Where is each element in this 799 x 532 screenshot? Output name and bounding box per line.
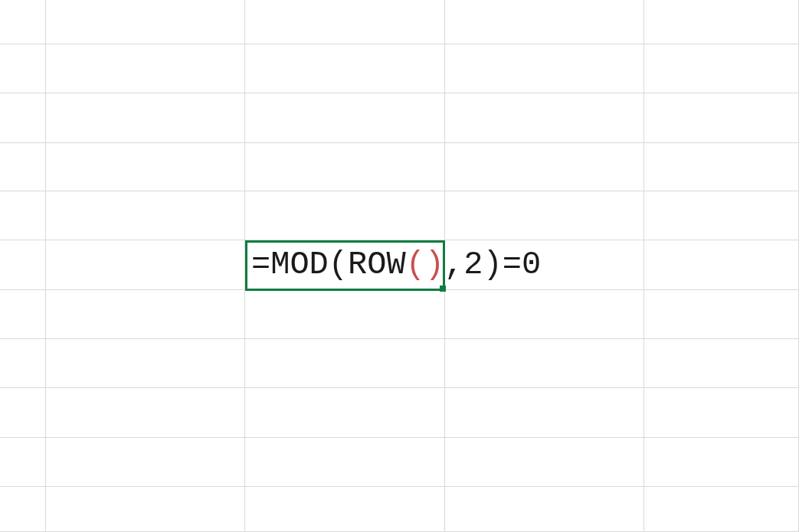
cell[interactable] bbox=[445, 487, 644, 532]
cell[interactable] bbox=[445, 290, 644, 339]
cell[interactable] bbox=[245, 487, 445, 532]
cell[interactable] bbox=[245, 93, 445, 143]
cell[interactable] bbox=[644, 143, 799, 191]
cell[interactable] bbox=[0, 0, 46, 44]
cell[interactable] bbox=[644, 191, 799, 240]
cell[interactable] bbox=[445, 191, 644, 240]
formula-editor[interactable]: =MOD(ROW(),2)=0 bbox=[251, 246, 541, 283]
cell[interactable] bbox=[0, 487, 46, 532]
cell[interactable] bbox=[245, 191, 445, 240]
cell[interactable] bbox=[644, 290, 799, 339]
cell[interactable] bbox=[644, 487, 799, 532]
cell[interactable] bbox=[245, 44, 445, 93]
cell[interactable] bbox=[46, 93, 245, 143]
cell[interactable] bbox=[0, 339, 46, 388]
cell[interactable] bbox=[46, 240, 245, 290]
cell[interactable] bbox=[46, 0, 245, 44]
cell[interactable] bbox=[46, 339, 245, 388]
cell[interactable] bbox=[644, 388, 799, 438]
cell[interactable] bbox=[445, 143, 644, 191]
cell[interactable] bbox=[0, 143, 46, 191]
cell[interactable] bbox=[0, 290, 46, 339]
cell[interactable] bbox=[0, 438, 46, 487]
cell[interactable] bbox=[46, 143, 245, 191]
cell[interactable] bbox=[245, 290, 445, 339]
cell[interactable] bbox=[46, 191, 245, 240]
fill-handle[interactable] bbox=[440, 286, 446, 292]
cell[interactable] bbox=[46, 44, 245, 93]
cell[interactable] bbox=[245, 0, 445, 44]
cell[interactable] bbox=[0, 191, 46, 240]
cell[interactable] bbox=[0, 44, 46, 93]
cell[interactable] bbox=[644, 0, 799, 44]
cell[interactable] bbox=[644, 339, 799, 388]
cell[interactable] bbox=[644, 93, 799, 143]
cell[interactable] bbox=[445, 339, 644, 388]
cell[interactable] bbox=[245, 339, 445, 388]
cell[interactable] bbox=[644, 44, 799, 93]
cell[interactable] bbox=[445, 438, 644, 487]
cell[interactable] bbox=[46, 388, 245, 438]
cell[interactable] bbox=[445, 388, 644, 438]
cell[interactable] bbox=[245, 438, 445, 487]
cell[interactable] bbox=[644, 240, 799, 290]
cell[interactable] bbox=[46, 438, 245, 487]
cell[interactable] bbox=[644, 438, 799, 487]
cell[interactable] bbox=[245, 388, 445, 438]
cell[interactable] bbox=[0, 388, 46, 438]
cell[interactable] bbox=[46, 487, 245, 532]
cell[interactable] bbox=[445, 93, 644, 143]
cell[interactable] bbox=[445, 0, 644, 44]
cell[interactable] bbox=[0, 240, 46, 290]
cell[interactable] bbox=[0, 93, 46, 143]
formula-part1: =MOD(ROW bbox=[251, 246, 406, 283]
cell[interactable] bbox=[445, 44, 644, 93]
cell[interactable] bbox=[245, 143, 445, 191]
formula-paren: () bbox=[406, 246, 444, 283]
formula-part3: ,2)=0 bbox=[444, 246, 541, 283]
cell[interactable] bbox=[46, 290, 245, 339]
